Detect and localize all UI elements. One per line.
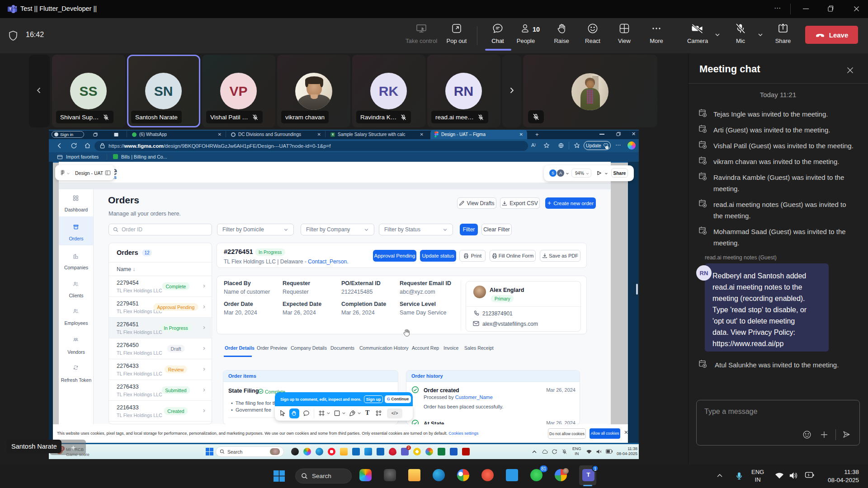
svg-text:T: T	[9, 7, 12, 11]
